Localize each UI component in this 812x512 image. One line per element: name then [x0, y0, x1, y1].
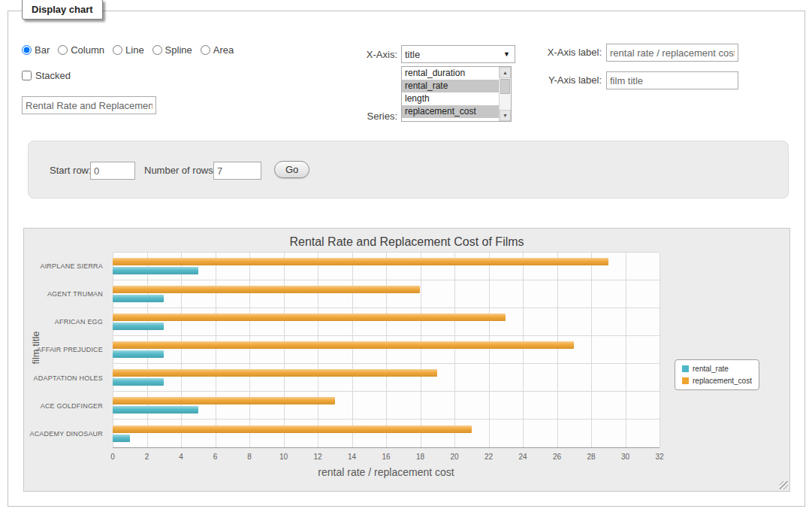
legend-label: replacement_cost [693, 377, 752, 385]
x-tick-label: 8 [247, 453, 252, 461]
chart-type-option-spline[interactable]: Spline [152, 44, 192, 56]
x-tick-label: 22 [484, 453, 493, 461]
legend-item-replacement_cost[interactable]: replacement_cost [682, 377, 752, 385]
bar-replacement_cost [113, 314, 506, 321]
legend-item-rental_rate[interactable]: rental_rate [682, 365, 752, 373]
category-row [113, 364, 660, 392]
category-row [113, 280, 660, 308]
x-tick-label: 32 [655, 453, 663, 461]
chart-type-radio-group: BarColumnLineSplineArea [22, 44, 242, 56]
category-label: AFFAIR PREJUDICE [24, 336, 108, 364]
x-tick-label: 10 [279, 453, 288, 461]
chart-type-radio-spline[interactable] [152, 45, 162, 55]
y-axis-label-field-label: Y-Axis label: [534, 74, 602, 86]
series-option-replacement_cost[interactable]: replacement_cost [402, 105, 499, 118]
x-tick-label: 12 [313, 453, 321, 461]
category-label: ADAPTATION HOLES [24, 364, 108, 392]
x-axis-select[interactable]: title ▼ [401, 45, 515, 63]
start-row-label: Start row: [50, 165, 92, 176]
bar-rental_rate [113, 378, 164, 386]
chart-type-radio-column[interactable] [58, 45, 68, 55]
chart-type-option-area[interactable]: Area [201, 44, 234, 56]
dropdown-arrow-icon: ▼ [503, 50, 512, 58]
x-tick-label: 4 [179, 453, 183, 461]
display-chart-panel: Display chart BarColumnLineSplineArea St… [8, 11, 805, 507]
bar-replacement_cost [113, 426, 472, 433]
category-label: AGENT TRUMAN [24, 280, 108, 308]
x-tick-label: 14 [348, 453, 356, 461]
bar-rental_rate [113, 435, 130, 442]
bar-rental_rate [113, 350, 164, 358]
x-axis-label: X-Axis: [331, 49, 397, 60]
chart-type-option-bar[interactable]: Bar [22, 44, 50, 56]
category-row [113, 392, 660, 420]
category-label: AFRICAN EGG [24, 308, 108, 336]
go-button[interactable]: Go [274, 161, 309, 178]
legend-label: rental_rate [693, 365, 729, 373]
x-tick-label: 20 [450, 453, 458, 461]
bar-replacement_cost [113, 258, 608, 265]
legend-swatch-icon [682, 377, 689, 384]
series-option-length[interactable]: length [402, 92, 499, 105]
x-axis-label-input[interactable] [606, 44, 738, 62]
number-of-rows-input[interactable] [213, 162, 261, 180]
row-range-panel: Start row: Number of rows: Go [28, 141, 789, 198]
chart-title: Rental Rate and Replacement Cost of Film… [24, 235, 789, 249]
series-listbox-scrollbar[interactable]: ▲ ▼ [499, 67, 511, 121]
x-tick-label: 0 [110, 453, 115, 461]
chart-type-radio-line[interactable] [113, 45, 122, 55]
scroll-up-icon[interactable]: ▲ [500, 67, 511, 78]
category-label: AIRPLANE SIERRA [24, 252, 108, 280]
resize-handle-icon[interactable] [780, 481, 788, 489]
category-row [113, 308, 660, 336]
chart-legend: rental_ratereplacement_cost [675, 359, 759, 390]
number-of-rows-label: Number of rows: [144, 165, 216, 176]
x-tick-label: 24 [518, 453, 527, 461]
category-label: ACE GOLDFINGER [24, 392, 108, 420]
start-row-input[interactable] [90, 162, 135, 180]
scroll-down-icon[interactable]: ▼ [500, 110, 511, 121]
category-row [113, 420, 660, 447]
chart-x-axis-title: rental rate / replacement cost [113, 466, 660, 478]
bar-replacement_cost [113, 341, 574, 349]
bar-replacement_cost [113, 369, 437, 377]
stacked-option[interactable]: Stacked [22, 70, 71, 81]
y-axis-label-input[interactable] [606, 71, 738, 89]
x-axis-ticks: 02468101214161820222426283032 [113, 453, 660, 462]
bar-replacement_cost [113, 286, 420, 293]
series-option-rental_rate[interactable]: rental_rate [402, 80, 499, 92]
scrollbar-thumb[interactable] [500, 79, 510, 94]
chart-area: Rental Rate and Replacement Cost of Film… [23, 228, 790, 492]
chart-type-option-column[interactable]: Column [58, 44, 104, 56]
x-tick-label: 6 [213, 453, 218, 461]
x-tick-label: 26 [553, 453, 561, 461]
stacked-label: Stacked [35, 70, 71, 81]
series-option-rental_duration[interactable]: rental_duration [402, 67, 499, 80]
bar-rental_rate [113, 267, 198, 274]
category-row [113, 336, 660, 364]
panel-title: Display chart [22, 0, 103, 20]
x-tick-label: 28 [587, 453, 595, 461]
x-tick-label: 30 [621, 453, 629, 461]
chart-title-input[interactable] [22, 96, 156, 114]
x-tick-label: 16 [382, 453, 390, 461]
legend-swatch-icon [682, 365, 689, 372]
x-tick-label: 18 [416, 453, 424, 461]
series-listbox[interactable]: rental_durationrental_ratelengthreplacem… [401, 66, 512, 122]
chart-type-radio-area[interactable] [201, 45, 210, 55]
category-row [113, 253, 660, 280]
chart-type-option-line[interactable]: Line [113, 44, 144, 56]
scrollbar-track[interactable] [500, 78, 511, 110]
category-label: ACADEMY DINOSAUR [24, 420, 108, 448]
plot-area [113, 252, 660, 448]
bar-replacement_cost [113, 397, 335, 404]
gridline [660, 253, 660, 447]
x-axis-label-field-label: X-Axis label: [534, 47, 602, 58]
chart-type-radio-bar[interactable] [22, 45, 32, 55]
bar-rental_rate [113, 406, 198, 414]
series-label: Series: [331, 111, 397, 122]
category-axis-labels: AIRPLANE SIERRAAGENT TRUMANAFRICAN EGGAF… [24, 252, 108, 448]
stacked-checkbox[interactable] [22, 71, 32, 80]
x-axis-selected-value: title [405, 49, 503, 60]
bar-rental_rate [113, 295, 164, 302]
